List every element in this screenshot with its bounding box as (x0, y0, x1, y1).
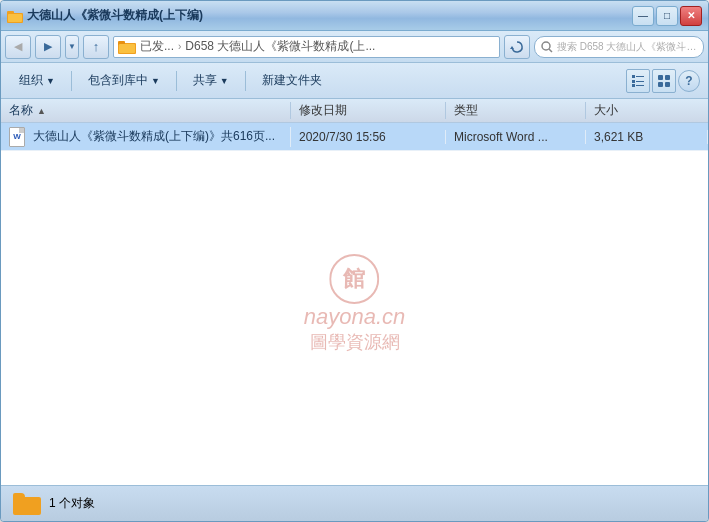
table-row[interactable]: W 大德山人《紫微斗数精成(上下编)》共616页... 2020/7/30 15… (1, 123, 708, 151)
word-doc-icon: W (7, 127, 27, 147)
search-box[interactable]: 搜索 D658 大德山人《紫微斗数精成(上... (534, 36, 704, 58)
maximize-button[interactable]: □ (656, 6, 678, 26)
watermark-domain: nayona.cn (304, 304, 406, 330)
status-bar: 1 个对象 (1, 485, 708, 521)
svg-rect-15 (658, 75, 663, 80)
toolbar: 组织 ▼ 包含到库中 ▼ 共享 ▼ 新建文件夹 (1, 63, 708, 99)
forward-button[interactable]: ▶ (35, 35, 61, 59)
svg-rect-14 (636, 85, 644, 86)
toolbar-sep-2 (176, 71, 177, 91)
title-bar: 大德山人《紫微斗数精成(上下编) — □ ✕ (1, 1, 708, 31)
file-name-cell: W 大德山人《紫微斗数精成(上下编)》共616页... (1, 127, 291, 147)
watermark-subtitle: 圖學資源網 (310, 330, 400, 354)
path-folder-icon (118, 39, 136, 55)
path-separator: › (178, 41, 181, 52)
watermark-logo-icon: 館 (330, 254, 380, 304)
svg-rect-11 (632, 80, 635, 83)
column-size-header[interactable]: 大小 (586, 102, 708, 119)
view-details-button[interactable] (626, 69, 650, 93)
share-button[interactable]: 共享 ▼ (183, 67, 239, 95)
svg-line-8 (549, 49, 552, 52)
window-title: 大德山人《紫微斗数精成(上下编) (27, 7, 203, 24)
address-bar: ◀ ▶ ▼ ↑ 已发... › D658 大德山人《紫微斗数精成(上... (1, 31, 708, 63)
close-button[interactable]: ✕ (680, 6, 702, 26)
svg-rect-16 (665, 75, 670, 80)
svg-rect-2 (8, 14, 22, 22)
share-label: 共享 (193, 72, 217, 89)
include-library-button[interactable]: 包含到库中 ▼ (78, 67, 170, 95)
column-headers: 名称 ▲ 修改日期 类型 大小 (1, 99, 708, 123)
watermark: 館 nayona.cn 圖學資源網 (304, 254, 406, 354)
title-bar-left: 大德山人《紫微斗数精成(上下编) (7, 7, 203, 24)
column-type-label: 类型 (454, 103, 478, 117)
sort-arrow-icon: ▲ (37, 106, 46, 116)
column-name-label: 名称 (9, 102, 33, 119)
new-folder-button[interactable]: 新建文件夹 (252, 67, 332, 95)
svg-rect-10 (636, 76, 644, 77)
svg-marker-6 (510, 46, 514, 49)
path-part-1: 已发... (140, 38, 174, 55)
toolbar-sep-1 (71, 71, 72, 91)
word-icon-inner: W (9, 127, 25, 147)
file-date-cell: 2020/7/30 15:56 (291, 130, 446, 144)
svg-rect-18 (665, 82, 670, 87)
address-path[interactable]: 已发... › D658 大德山人《紫微斗数精成(上... (113, 36, 500, 58)
large-icons-view-icon (658, 75, 670, 87)
svg-text:館: 館 (343, 266, 366, 291)
file-type-cell: Microsoft Word ... (446, 130, 586, 144)
svg-rect-9 (632, 75, 635, 78)
view-large-button[interactable] (652, 69, 676, 93)
include-library-label: 包含到库中 (88, 72, 148, 89)
path-part-2: D658 大德山人《紫微斗数精成(上... (185, 38, 375, 55)
organize-arrow: ▼ (46, 76, 55, 86)
refresh-icon (510, 40, 524, 54)
column-type-header[interactable]: 类型 (446, 102, 586, 119)
column-name-header[interactable]: 名称 ▲ (1, 102, 291, 119)
file-list: 館 nayona.cn 圖學資源網 W 大德山人《紫微斗数精成(上下编)》共61… (1, 123, 708, 485)
word-icon-corner (19, 128, 24, 133)
up-button[interactable]: ↑ (83, 35, 109, 59)
help-button[interactable]: ? (678, 70, 700, 92)
title-bar-controls: — □ ✕ (632, 6, 702, 26)
status-folder-icon (13, 493, 41, 515)
svg-rect-17 (658, 82, 663, 87)
search-icon (541, 41, 553, 53)
new-folder-label: 新建文件夹 (262, 72, 322, 89)
svg-rect-12 (636, 81, 644, 82)
file-size-cell: 3,621 KB (586, 130, 708, 144)
svg-point-7 (542, 42, 550, 50)
status-text: 1 个对象 (49, 495, 95, 512)
file-name-text: 大德山人《紫微斗数精成(上下编)》共616页... (33, 128, 275, 145)
explorer-window: 大德山人《紫微斗数精成(上下编) — □ ✕ ◀ ▶ ▼ ↑ 已发... › D… (0, 0, 709, 522)
column-date-label: 修改日期 (299, 103, 347, 117)
svg-point-19 (331, 255, 379, 303)
view-buttons: ? (626, 69, 700, 93)
refresh-button[interactable] (504, 35, 530, 59)
details-view-icon (632, 75, 644, 87)
share-arrow: ▼ (220, 76, 229, 86)
toolbar-sep-3 (245, 71, 246, 91)
include-library-arrow: ▼ (151, 76, 160, 86)
svg-rect-13 (632, 84, 635, 87)
content-area: 名称 ▲ 修改日期 类型 大小 館 nayona.cn 圖學資源網 (1, 99, 708, 485)
column-date-header[interactable]: 修改日期 (291, 102, 446, 119)
column-size-label: 大小 (594, 103, 618, 117)
svg-rect-5 (119, 44, 135, 53)
organize-button[interactable]: 组织 ▼ (9, 67, 65, 95)
minimize-button[interactable]: — (632, 6, 654, 26)
search-placeholder: 搜索 D658 大德山人《紫微斗数精成(上... (557, 40, 697, 54)
path-crumb: 已发... › D658 大德山人《紫微斗数精成(上... (140, 38, 375, 55)
back-button[interactable]: ◀ (5, 35, 31, 59)
organize-label: 组织 (19, 72, 43, 89)
window-icon (7, 8, 23, 24)
nav-dropdown[interactable]: ▼ (65, 35, 79, 59)
